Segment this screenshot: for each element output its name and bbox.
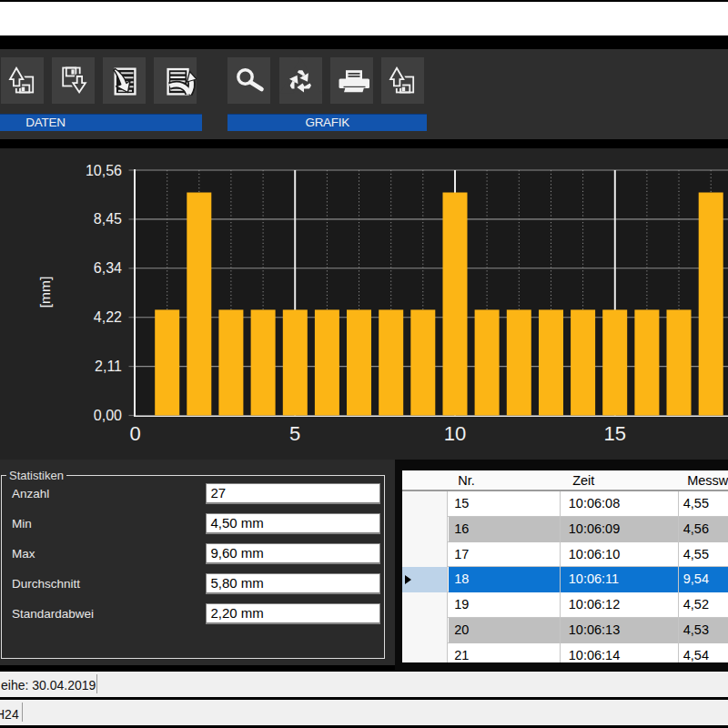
svg-text:5: 5 <box>289 422 300 445</box>
svg-text:[mm]: [mm] <box>37 277 53 308</box>
svg-text:8,45: 8,45 <box>94 211 122 227</box>
svg-text:4,22: 4,22 <box>94 309 122 325</box>
svg-text:6,34: 6,34 <box>94 260 122 276</box>
svg-text:0: 0 <box>129 422 140 445</box>
svg-text:10,56: 10,56 <box>86 163 122 178</box>
svg-text:10: 10 <box>444 422 466 445</box>
svg-text:2,11: 2,11 <box>95 359 122 374</box>
svg-text:0,00: 0,00 <box>94 408 122 423</box>
svg-text:15: 15 <box>604 422 626 445</box>
